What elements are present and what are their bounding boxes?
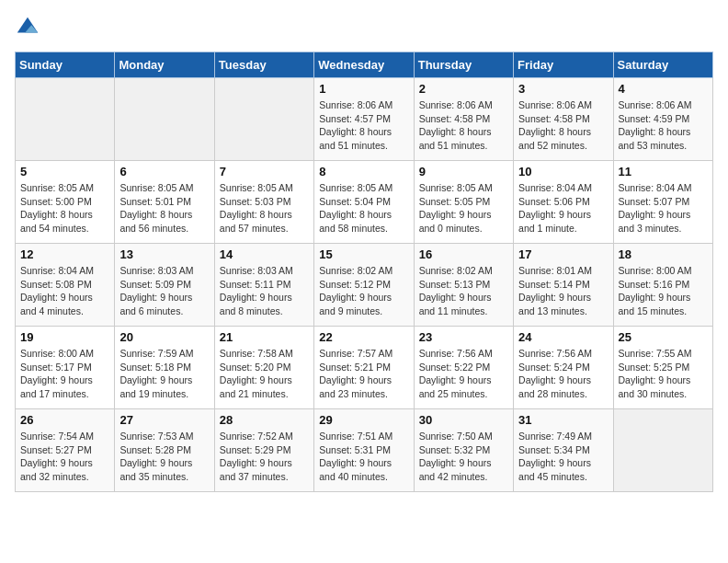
calendar-day-cell: 7 Sunrise: 8:05 AMSunset: 5:03 PMDayligh… <box>214 161 313 244</box>
day-info: Sunrise: 8:03 AMSunset: 5:11 PMDaylight:… <box>220 264 309 318</box>
day-info: Sunrise: 7:56 AMSunset: 5:24 PMDaylight:… <box>518 347 608 401</box>
calendar-week-row: 12 Sunrise: 8:04 AMSunset: 5:08 PMDaylig… <box>16 244 713 327</box>
day-number: 17 <box>518 247 608 261</box>
calendar-week-row: 5 Sunrise: 8:05 AMSunset: 5:00 PMDayligh… <box>16 161 713 244</box>
calendar-day-cell: 21 Sunrise: 7:58 AMSunset: 5:20 PMDaylig… <box>214 327 313 409</box>
header-monday: Monday <box>115 52 214 78</box>
day-number: 29 <box>319 413 408 427</box>
calendar-week-row: 26 Sunrise: 7:54 AMSunset: 5:27 PMDaylig… <box>16 409 713 492</box>
day-info: Sunrise: 7:51 AMSunset: 5:31 PMDaylight:… <box>319 430 408 484</box>
calendar-week-row: 19 Sunrise: 8:00 AMSunset: 5:17 PMDaylig… <box>16 327 713 409</box>
calendar-day-cell <box>613 409 712 492</box>
day-number: 3 <box>518 82 608 96</box>
calendar-day-cell: 17 Sunrise: 8:01 AMSunset: 5:14 PMDaylig… <box>514 244 613 327</box>
calendar-day-cell: 6 Sunrise: 8:05 AMSunset: 5:01 PMDayligh… <box>115 161 214 244</box>
day-info: Sunrise: 7:55 AMSunset: 5:25 PMDaylight:… <box>619 347 708 401</box>
day-info: Sunrise: 8:05 AMSunset: 5:00 PMDaylight:… <box>20 181 109 236</box>
calendar-week-row: 1 Sunrise: 8:06 AMSunset: 4:57 PMDayligh… <box>16 78 713 161</box>
header-tuesday: Tuesday <box>214 52 313 78</box>
page-header <box>15 15 713 40</box>
day-number: 13 <box>119 247 209 261</box>
day-number: 1 <box>319 82 408 96</box>
header-sunday: Sunday <box>16 52 115 78</box>
day-number: 12 <box>20 247 109 261</box>
calendar-body: 1 Sunrise: 8:06 AMSunset: 4:57 PMDayligh… <box>16 78 713 492</box>
header-wednesday: Wednesday <box>314 52 414 78</box>
header-friday: Friday <box>514 52 613 78</box>
day-info: Sunrise: 8:04 AMSunset: 5:06 PMDaylight:… <box>518 181 608 236</box>
calendar-day-cell: 25 Sunrise: 7:55 AMSunset: 5:25 PMDaylig… <box>613 327 712 409</box>
day-info: Sunrise: 8:03 AMSunset: 5:09 PMDaylight:… <box>119 264 209 318</box>
day-info: Sunrise: 8:06 AMSunset: 4:58 PMDaylight:… <box>419 98 508 153</box>
calendar-day-cell: 12 Sunrise: 8:04 AMSunset: 5:08 PMDaylig… <box>16 244 115 327</box>
calendar-day-cell: 2 Sunrise: 8:06 AMSunset: 4:58 PMDayligh… <box>414 78 513 161</box>
day-number: 9 <box>419 165 508 178</box>
calendar-header: Sunday Monday Tuesday Wednesday Thursday… <box>16 52 713 78</box>
day-number: 31 <box>518 413 608 427</box>
calendar-day-cell: 22 Sunrise: 7:57 AMSunset: 5:21 PMDaylig… <box>314 327 414 409</box>
day-number: 19 <box>20 330 109 344</box>
calendar-day-cell: 8 Sunrise: 8:05 AMSunset: 5:04 PMDayligh… <box>314 161 414 244</box>
day-info: Sunrise: 8:02 AMSunset: 5:13 PMDaylight:… <box>419 264 508 318</box>
day-info: Sunrise: 8:06 AMSunset: 4:57 PMDaylight:… <box>319 98 408 153</box>
logo <box>15 15 44 40</box>
day-info: Sunrise: 7:50 AMSunset: 5:32 PMDaylight:… <box>419 430 508 484</box>
calendar-day-cell: 16 Sunrise: 8:02 AMSunset: 5:13 PMDaylig… <box>414 244 513 327</box>
day-number: 8 <box>319 165 408 178</box>
day-number: 23 <box>419 330 508 344</box>
day-info: Sunrise: 8:04 AMSunset: 5:07 PMDaylight:… <box>619 181 708 236</box>
calendar-day-cell: 18 Sunrise: 8:00 AMSunset: 5:16 PMDaylig… <box>613 244 712 327</box>
day-number: 24 <box>518 330 608 344</box>
calendar-day-cell: 27 Sunrise: 7:53 AMSunset: 5:28 PMDaylig… <box>115 409 214 492</box>
day-number: 27 <box>119 413 209 427</box>
day-number: 22 <box>319 330 408 344</box>
calendar-day-cell: 10 Sunrise: 8:04 AMSunset: 5:06 PMDaylig… <box>514 161 613 244</box>
calendar-day-cell: 5 Sunrise: 8:05 AMSunset: 5:00 PMDayligh… <box>16 161 115 244</box>
calendar-table: Sunday Monday Tuesday Wednesday Thursday… <box>15 52 713 492</box>
day-number: 7 <box>220 165 309 178</box>
day-info: Sunrise: 8:00 AMSunset: 5:17 PMDaylight:… <box>20 347 109 401</box>
day-info: Sunrise: 7:53 AMSunset: 5:28 PMDaylight:… <box>119 430 209 484</box>
calendar-day-cell: 9 Sunrise: 8:05 AMSunset: 5:05 PMDayligh… <box>414 161 513 244</box>
calendar-day-cell: 19 Sunrise: 8:00 AMSunset: 5:17 PMDaylig… <box>16 327 115 409</box>
day-info: Sunrise: 7:56 AMSunset: 5:22 PMDaylight:… <box>419 347 508 401</box>
calendar-day-cell <box>115 78 214 161</box>
day-info: Sunrise: 7:57 AMSunset: 5:21 PMDaylight:… <box>319 347 408 401</box>
calendar-day-cell <box>214 78 313 161</box>
calendar-day-cell: 4 Sunrise: 8:06 AMSunset: 4:59 PMDayligh… <box>613 78 712 161</box>
day-number: 28 <box>220 413 309 427</box>
logo-icon <box>15 15 40 40</box>
calendar-day-cell: 24 Sunrise: 7:56 AMSunset: 5:24 PMDaylig… <box>514 327 613 409</box>
day-number: 21 <box>220 330 309 344</box>
day-number: 14 <box>220 247 309 261</box>
day-number: 18 <box>619 247 708 261</box>
day-number: 2 <box>419 82 508 96</box>
calendar-day-cell: 23 Sunrise: 7:56 AMSunset: 5:22 PMDaylig… <box>414 327 513 409</box>
day-number: 5 <box>20 165 109 178</box>
calendar-day-cell: 11 Sunrise: 8:04 AMSunset: 5:07 PMDaylig… <box>613 161 712 244</box>
day-info: Sunrise: 8:04 AMSunset: 5:08 PMDaylight:… <box>20 264 109 318</box>
day-info: Sunrise: 7:58 AMSunset: 5:20 PMDaylight:… <box>220 347 309 401</box>
calendar-day-cell: 15 Sunrise: 8:02 AMSunset: 5:12 PMDaylig… <box>314 244 414 327</box>
header-thursday: Thursday <box>414 52 513 78</box>
day-number: 6 <box>119 165 209 178</box>
day-info: Sunrise: 8:06 AMSunset: 4:59 PMDaylight:… <box>619 98 708 153</box>
day-number: 16 <box>419 247 508 261</box>
day-number: 11 <box>619 165 708 178</box>
day-number: 26 <box>20 413 109 427</box>
calendar-day-cell: 31 Sunrise: 7:49 AMSunset: 5:34 PMDaylig… <box>514 409 613 492</box>
calendar-day-cell: 28 Sunrise: 7:52 AMSunset: 5:29 PMDaylig… <box>214 409 313 492</box>
day-number: 25 <box>619 330 708 344</box>
calendar-day-cell: 3 Sunrise: 8:06 AMSunset: 4:58 PMDayligh… <box>514 78 613 161</box>
day-info: Sunrise: 8:05 AMSunset: 5:05 PMDaylight:… <box>419 181 508 236</box>
weekday-header-row: Sunday Monday Tuesday Wednesday Thursday… <box>16 52 713 78</box>
day-info: Sunrise: 8:01 AMSunset: 5:14 PMDaylight:… <box>518 264 608 318</box>
day-number: 20 <box>119 330 209 344</box>
day-info: Sunrise: 8:05 AMSunset: 5:03 PMDaylight:… <box>220 181 309 236</box>
calendar-day-cell: 1 Sunrise: 8:06 AMSunset: 4:57 PMDayligh… <box>314 78 414 161</box>
day-info: Sunrise: 8:06 AMSunset: 4:58 PMDaylight:… <box>518 98 608 153</box>
day-info: Sunrise: 8:05 AMSunset: 5:04 PMDaylight:… <box>319 181 408 236</box>
day-info: Sunrise: 8:05 AMSunset: 5:01 PMDaylight:… <box>119 181 209 236</box>
day-number: 15 <box>319 247 408 261</box>
day-info: Sunrise: 7:49 AMSunset: 5:34 PMDaylight:… <box>518 430 608 484</box>
